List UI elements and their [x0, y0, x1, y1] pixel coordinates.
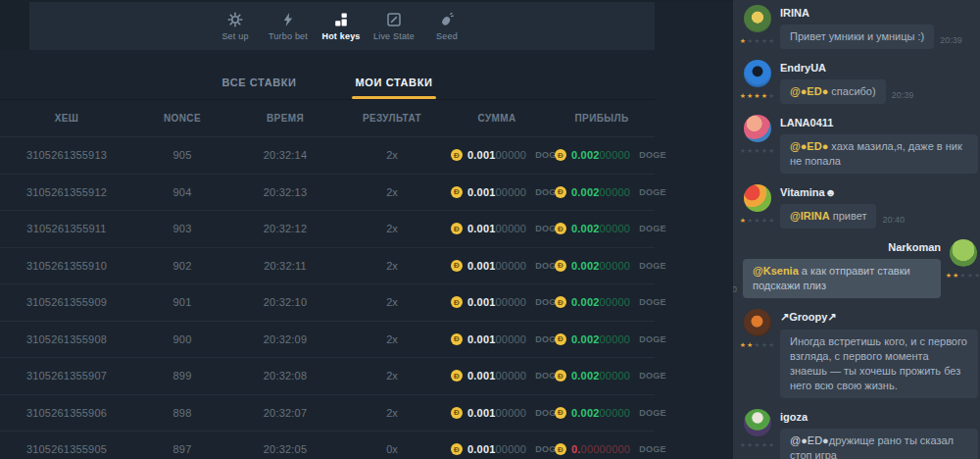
avatar[interactable] — [950, 239, 977, 267]
bet-hash: 3105261355906 — [0, 407, 133, 419]
user-rating-stars: ★★★★★ — [740, 341, 775, 349]
avatar[interactable] — [744, 309, 771, 336]
currency-label: DOGE — [639, 297, 666, 307]
toolbar-item-label: Set up — [221, 31, 248, 41]
table-row[interactable]: 3105261355906 898 20:32:07 2x Ð 0.001000… — [0, 394, 655, 432]
chat-username[interactable]: igoza — [780, 411, 808, 423]
bet-time: 20:32:09 — [231, 333, 339, 345]
avatar[interactable] — [744, 5, 771, 32]
chat-username[interactable]: LANA0411 — [780, 117, 833, 128]
table-row[interactable]: 3105261355907 899 20:32:08 2x Ð 0.001000… — [0, 357, 655, 394]
toolbar-item-setup[interactable]: Set up — [209, 12, 262, 41]
bets-panel: Set up Turbo bet Hot keys Live State See… — [0, 0, 733, 459]
avatar[interactable] — [744, 115, 771, 142]
chat-username[interactable]: EndryUA — [780, 62, 826, 74]
seed-icon — [439, 12, 455, 27]
star-empty-icon: ★ — [768, 217, 775, 224]
live-chart-icon — [386, 12, 402, 27]
doge-coin-icon: Ð — [555, 223, 566, 234]
tab-my-bets[interactable]: МОИ СТАВКИ — [352, 76, 437, 99]
table-row[interactable]: 3105261355910 902 20:32:11 2x Ð 0.001000… — [0, 247, 655, 284]
bet-hash: 3105261355905 — [0, 443, 133, 455]
table-row[interactable]: 3105261355905 897 20:32:05 0x Ð 0.001000… — [0, 431, 655, 459]
user-mention[interactable]: @IRINA — [790, 210, 830, 222]
bet-profit: Ð 0.00200000 DOGE — [549, 407, 655, 419]
column-header: NONCE — [133, 113, 231, 124]
toolbar-left-edge — [0, 2, 29, 50]
user-mention[interactable]: @●ED● — [790, 140, 828, 152]
table-row[interactable]: 3105261355913 905 20:32:14 2x Ð 0.001000… — [0, 136, 655, 174]
chat-username[interactable]: Vitamina☻ — [780, 186, 836, 198]
table-row[interactable]: 3105261355909 901 20:32:10 2x Ð 0.001000… — [0, 283, 655, 321]
currency-label: DOGE — [639, 150, 666, 160]
user-rating-stars: ★★★★★ — [740, 147, 775, 155]
star-empty-icon: ★ — [768, 147, 775, 154]
chat-bubble: @●ED● спасибо) 20:39 — [780, 79, 886, 104]
lightning-icon — [280, 12, 296, 27]
bet-hash: 3105261355912 — [0, 186, 133, 198]
bet-result: 2x — [339, 149, 445, 161]
tab-all-bets[interactable]: ВСЕ СТАВКИ — [219, 76, 301, 99]
message-text: Иногда встретишь кого, и с первого взгля… — [790, 335, 967, 391]
star-empty-icon: ★ — [754, 147, 760, 154]
chat-username[interactable]: ↗Groopy↗ — [780, 311, 837, 324]
bet-time: 20:32:10 — [231, 296, 339, 308]
doge-coin-icon: Ð — [451, 443, 463, 455]
bet-amount: Ð 0.00100000 DOGE — [445, 149, 549, 161]
user-rating-stars: ★★★★★ — [740, 441, 775, 449]
star-filled-icon: ★ — [754, 92, 760, 99]
star-empty-icon: ★ — [768, 441, 775, 448]
bets-tabs: ВСЕ СТАВКИ МОИ СТАВКИ — [0, 70, 655, 100]
chat-message: ★★★★★ Narkoman @Ksenia а как отправит ст… — [743, 239, 978, 298]
star-empty-icon: ★ — [768, 92, 775, 99]
bet-hash: 3105261355908 — [0, 333, 133, 345]
user-rating-stars: ★★★★★ — [740, 217, 775, 225]
doge-coin-icon: Ð — [555, 407, 566, 419]
chat-bubble: @IRINA привет 20:40 — [780, 204, 876, 229]
bet-profit: Ð 0.00200000 DOGE — [549, 333, 655, 345]
bet-nonce: 902 — [133, 260, 231, 272]
star-empty-icon: ★ — [974, 272, 980, 279]
chat-bubble: @●ED●дружище рано ты сказал стоп игра 20… — [780, 429, 978, 459]
chat-message: ★★★★★ igoza @●ED●дружище рано ты сказал … — [743, 409, 978, 459]
toolbar-item-livestate[interactable]: Live State — [368, 12, 420, 41]
user-mention[interactable]: @●ED● — [790, 85, 828, 97]
chat-panel: ★★★★★ IRINA Привет умники и умницы :) 20… — [733, 0, 980, 459]
bet-nonce: 897 — [133, 443, 231, 455]
bet-profit: Ð 0.00200000 DOGE — [549, 223, 655, 234]
chat-message: ★★★★★ EndryUA @●ED● спасибо) 20:39 — [743, 60, 978, 104]
table-header-row: ХЕШNONCEВРЕМЯРЕЗУЛЬТАТСУММАПРИБЫЛЬ — [0, 100, 655, 136]
star-empty-icon: ★ — [761, 37, 768, 44]
avatar[interactable] — [744, 409, 771, 436]
avatar[interactable] — [744, 184, 771, 212]
avatar[interactable] — [744, 60, 771, 87]
user-mention[interactable]: @Ksenia — [753, 265, 799, 277]
chat-username[interactable]: IRINA — [780, 7, 809, 19]
star-empty-icon: ★ — [768, 341, 775, 348]
bet-hash: 3105261355910 — [0, 260, 133, 272]
toolbar-item-hotkeys[interactable]: Hot keys — [315, 12, 368, 41]
table-row[interactable]: 3105261355911 903 20:32:12 2x Ð 0.001000… — [0, 210, 655, 247]
bet-profit: Ð 0.00200000 DOGE — [549, 370, 655, 382]
doge-coin-icon: Ð — [555, 260, 566, 272]
currency-label: DOGE — [639, 444, 666, 454]
keyboard-keys-icon — [333, 12, 349, 27]
star-filled-icon: ★ — [740, 92, 747, 99]
bet-amount: Ð 0.00100000 DOGE — [445, 296, 549, 308]
chat-username[interactable]: Narkoman — [888, 241, 941, 253]
message-text: привет — [830, 210, 867, 222]
bet-nonce: 905 — [133, 149, 231, 161]
star-empty-icon: ★ — [761, 147, 768, 154]
bet-result: 2x — [339, 186, 445, 198]
chat-message-time: 20:39 — [940, 33, 962, 48]
chat-message-time: 20:40 — [882, 213, 905, 228]
star-filled-icon: ★ — [761, 92, 768, 99]
bet-result: 2x — [339, 407, 445, 419]
toolbar-item-turbo[interactable]: Turbo bet — [262, 12, 315, 41]
chat-message: ★★★★★ ↗Groopy↗ Иногда встретишь кого, и … — [743, 309, 978, 398]
bet-time: 20:32:07 — [231, 407, 339, 419]
chat-bubble: Привет умники и умницы :) 20:39 — [780, 25, 934, 49]
toolbar-item-seed[interactable]: Seed — [420, 12, 473, 41]
table-row[interactable]: 3105261355912 904 20:32:13 2x Ð 0.001000… — [0, 174, 655, 211]
table-row[interactable]: 3105261355908 900 20:32:09 2x Ð 0.001000… — [0, 321, 655, 358]
